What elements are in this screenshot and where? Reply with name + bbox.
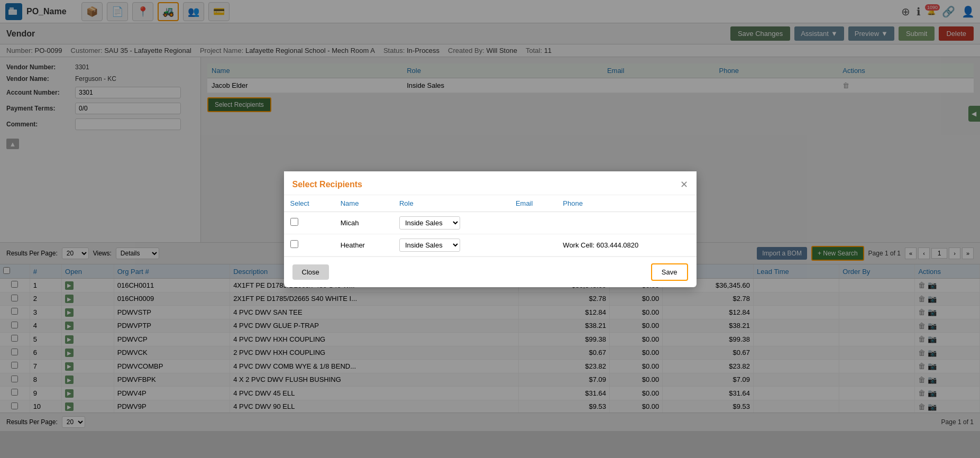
modal-recipient-row: Micah Inside SalesOutside SalesManager — [284, 212, 697, 234]
modal-save-btn[interactable]: Save — [651, 263, 688, 281]
modal-recipient-row: Heather Inside SalesOutside SalesManager… — [284, 234, 697, 256]
recipient-checkbox[interactable] — [290, 218, 298, 226]
modal-table: Select Name Role Email Phone Micah Insid… — [284, 195, 697, 257]
recipient-email — [509, 212, 556, 234]
modal-col-email: Email — [509, 195, 556, 212]
modal-col-select: Select — [284, 195, 334, 212]
modal-title: Select Recipients — [292, 180, 363, 189]
modal-col-phone: Phone — [556, 195, 696, 212]
recipient-name: Heather — [334, 234, 393, 256]
modal-body: Select Name Role Email Phone Micah Insid… — [284, 195, 697, 257]
modal-close-button[interactable]: ✕ — [680, 179, 688, 190]
recipient-email — [509, 234, 556, 256]
recipient-phone: Work Cell: 603.444.0820 — [556, 234, 696, 256]
modal-header: Select Recipients ✕ — [284, 171, 697, 195]
modal-col-role: Role — [393, 195, 509, 212]
recipient-checkbox[interactable] — [290, 240, 298, 248]
recipient-name: Micah — [334, 212, 393, 234]
modal-col-name: Name — [334, 195, 393, 212]
recipient-role-select[interactable]: Inside SalesOutside SalesManager — [399, 239, 460, 252]
modal-close-btn[interactable]: Close — [292, 264, 329, 280]
modal-footer: Close Save — [284, 257, 697, 287]
select-recipients-modal: Select Recipients ✕ Select Name Role Ema… — [284, 171, 697, 287]
recipient-phone — [556, 212, 696, 234]
modal-overlay: Select Recipients ✕ Select Name Role Ema… — [0, 0, 980, 431]
recipient-role-select[interactable]: Inside SalesOutside SalesManager — [399, 216, 460, 230]
